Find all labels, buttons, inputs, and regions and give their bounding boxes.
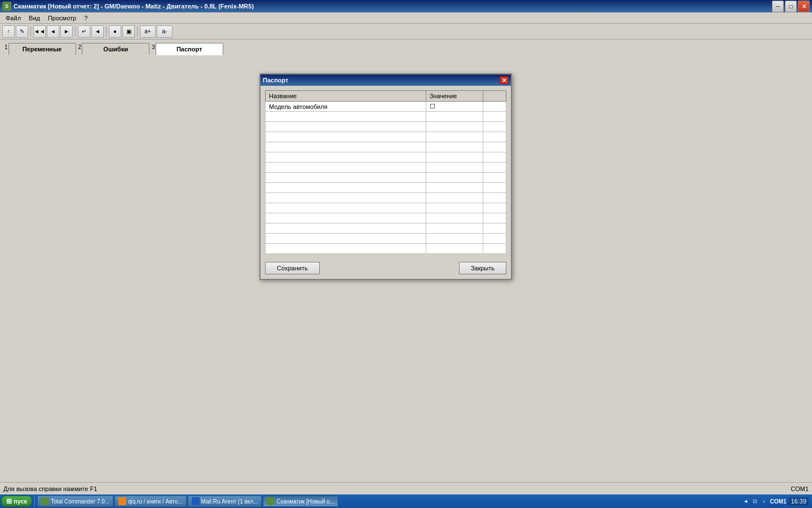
taskbar-btn-mailru[interactable]: Mail.Ru Агент (1 вкл...	[188, 496, 262, 507]
cell-value	[426, 122, 483, 132]
cell-name	[266, 234, 426, 244]
cell-name	[266, 213, 426, 224]
toolbar-btn-prev-prev[interactable]: ◄◄	[33, 25, 46, 38]
taskbar-sep-1	[34, 496, 35, 506]
taskbar-label-4: Сканматик [Новый о...	[276, 498, 334, 505]
tray-icon-network: ⊡	[751, 497, 759, 505]
taskbar-btn-qiq[interactable]: qiq.ru / книги / Авто...	[114, 496, 187, 507]
menu-help[interactable]: ?	[81, 14, 91, 23]
minimize-button[interactable]: ─	[772, 1, 784, 12]
table-row	[266, 173, 506, 183]
tab-errors[interactable]: 2 Ошибки	[78, 43, 150, 55]
taskbar-btn-scanmatic[interactable]: Сканматик [Новый о...	[263, 496, 338, 507]
toolbar: ↑ ✎ ◄◄ ◄ ► ↵ ◄ ● ▣ a+ a-	[0, 24, 812, 40]
status-bar: Для вызова справки нажмите F1 COM1	[0, 482, 812, 494]
system-tray: ◄ ⊡ ♪	[742, 497, 768, 505]
start-label: пуск	[14, 498, 27, 505]
cell-name	[266, 183, 426, 193]
cell-value	[426, 203, 483, 213]
toolbar-btn-edit[interactable]: ✎	[16, 25, 28, 38]
tray-icon-1: ◄	[742, 497, 750, 505]
cell-extra	[483, 122, 506, 132]
close-button[interactable]: Закрыть	[459, 262, 506, 274]
scanmatic-icon	[267, 497, 275, 505]
toolbar-btn-up[interactable]: ↑	[2, 25, 15, 38]
start-button[interactable]: ⊞ пуск	[1, 496, 32, 507]
toolbar-btn-next[interactable]: ►	[60, 25, 73, 38]
tab-label-variables[interactable]: Переменные	[8, 43, 76, 55]
menu-preview[interactable]: Просмотр	[45, 14, 80, 23]
cell-extra	[483, 142, 506, 152]
status-help-text: Для вызова справки нажмите F1	[3, 485, 97, 492]
cell-value	[426, 132, 483, 142]
cell-extra	[483, 132, 506, 142]
com-status: COM1	[791, 485, 809, 492]
dialog-title: Паспорт	[263, 77, 288, 84]
toolbar-sep-2	[75, 27, 76, 37]
menu-bar: Файл Вид Просмотр ?	[0, 12, 812, 24]
toolbar-btn-back[interactable]: ↵	[78, 25, 90, 38]
cell-name	[266, 173, 426, 183]
window-controls: ─ □ ✕	[772, 1, 810, 12]
cell-extra	[483, 152, 506, 163]
dialog-buttons: Сохранить Закрыть	[261, 259, 511, 279]
toolbar-btn-font-inc[interactable]: a+	[140, 25, 156, 38]
menu-view[interactable]: Вид	[25, 14, 43, 23]
tab-label-passport[interactable]: Паспорт	[156, 43, 223, 55]
cell-extra	[483, 224, 506, 234]
cell-extra	[483, 234, 506, 244]
cell-value	[426, 234, 483, 244]
cell-value	[426, 244, 483, 254]
toolbar-btn-prev[interactable]: ◄	[47, 25, 59, 38]
cell-extra	[483, 183, 506, 193]
dialog-body: Название Значение Модель автомобиля☐	[261, 86, 511, 259]
toolbar-sep-4	[137, 27, 138, 37]
cell-name	[266, 112, 426, 122]
cell-name	[266, 132, 426, 142]
cell-extra	[483, 213, 506, 224]
tab-passport[interactable]: 3 Паспорт	[152, 43, 223, 55]
taskbar-label-1: Total Commander 7.0...	[51, 498, 109, 505]
windows-logo: ⊞	[6, 497, 12, 505]
col-header-name: Название	[266, 91, 426, 102]
passport-dialog: Паспорт ✕ Название Значение Модель автом…	[259, 73, 512, 280]
cell-name: Модель автомобиля	[266, 102, 426, 112]
cell-value[interactable]: ☐	[426, 102, 483, 112]
tab-variables[interactable]: 1 Переменные	[5, 43, 76, 55]
cell-value	[426, 163, 483, 173]
toolbar-sep-3	[106, 27, 107, 37]
toolbar-btn-square[interactable]: ▣	[122, 25, 135, 38]
toolbar-btn-left[interactable]: ◄	[91, 25, 104, 38]
tab-number-3: 3	[152, 44, 155, 50]
window-close-button[interactable]: ✕	[798, 1, 810, 12]
toolbar-sep-1	[30, 27, 31, 37]
tab-label-errors[interactable]: Ошибки	[82, 43, 149, 55]
cell-name	[266, 152, 426, 163]
cell-value	[426, 142, 483, 152]
toolbar-btn-font-dec[interactable]: a-	[157, 25, 173, 38]
taskbar: ⊞ пуск Total Commander 7.0... qiq.ru / к…	[0, 494, 812, 508]
dialog-title-bar: Паспорт ✕	[261, 75, 511, 86]
dialog-close-button[interactable]: ✕	[500, 76, 509, 84]
maximize-button[interactable]: □	[785, 1, 797, 12]
table-row	[266, 244, 506, 254]
cell-value	[426, 183, 483, 193]
cell-value	[426, 224, 483, 234]
cell-name	[266, 142, 426, 152]
tab-number-2: 2	[78, 44, 82, 50]
table-row	[266, 224, 506, 234]
table-row	[266, 213, 506, 224]
table-row	[266, 234, 506, 244]
cell-name	[266, 163, 426, 173]
toolbar-btn-record[interactable]: ●	[109, 25, 121, 38]
taskbar-btn-total-commander[interactable]: Total Commander 7.0...	[37, 496, 113, 507]
cell-value	[426, 173, 483, 183]
save-button[interactable]: Сохранить	[265, 262, 320, 274]
menu-file[interactable]: Файл	[2, 14, 24, 23]
tabs-area: 1 Переменные 2 Ошибки 3 Паспорт	[0, 40, 812, 55]
clock: 16:39	[788, 497, 809, 505]
cell-extra	[483, 203, 506, 213]
table-row	[266, 193, 506, 203]
table-row	[266, 203, 506, 213]
table-row	[266, 142, 506, 152]
